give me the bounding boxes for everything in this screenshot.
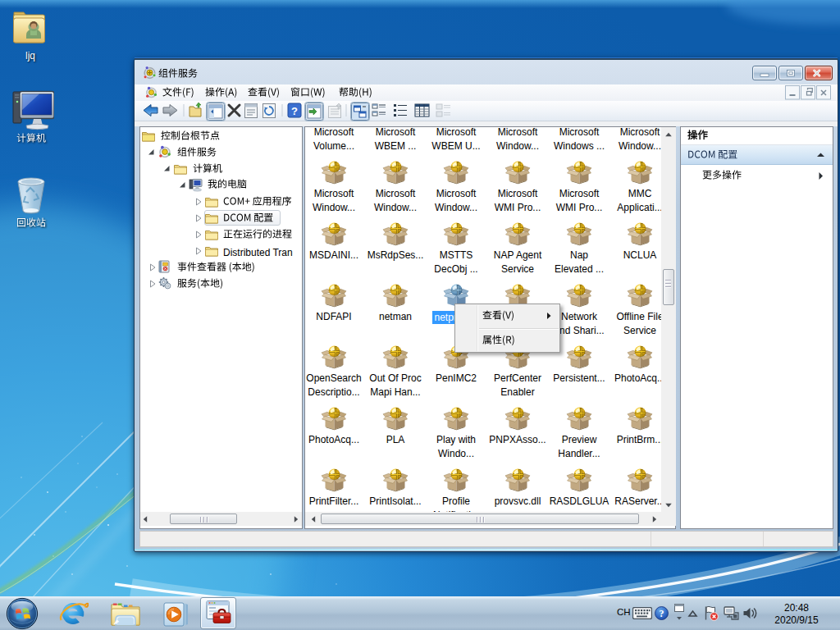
- svg-text:?: ?: [291, 105, 298, 117]
- svg-text:?: ?: [660, 608, 664, 619]
